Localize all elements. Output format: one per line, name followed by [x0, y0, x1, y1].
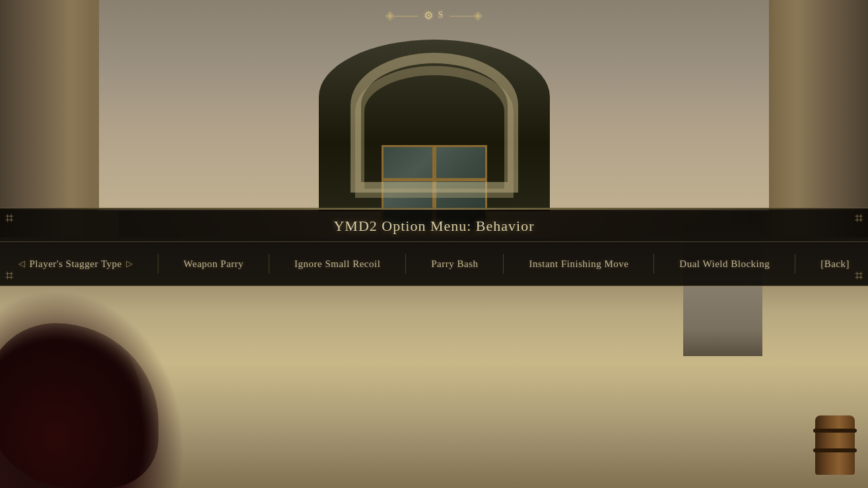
- corner-ornament-bl: ⌗: [5, 268, 13, 283]
- menu-item-dual-wield-blocking[interactable]: Dual Wield Blocking: [674, 256, 775, 272]
- menu-item-ignore-small-recoil[interactable]: Ignore Small Recoil: [289, 256, 385, 272]
- menu-item-instant-finishing-move[interactable]: Instant Finishing Move: [523, 256, 634, 272]
- divider-4: [503, 254, 504, 274]
- stagger-type-label: Player's Stagger Type: [30, 259, 122, 270]
- top-ui-right-ornament: ——◈: [450, 8, 483, 22]
- top-ui-bar: ◈—— ⚙ S ——◈: [385, 8, 483, 22]
- divider-2: [269, 254, 269, 274]
- center-wall: [99, 0, 769, 211]
- menu-title-bar: YMD2 Option Menu: Behavior: [0, 208, 868, 242]
- menu-item-parry-bash[interactable]: Parry Bash: [426, 256, 483, 272]
- menu-item-weapon-parry[interactable]: Weapon Parry: [178, 256, 249, 272]
- plant-decoration: [0, 290, 185, 488]
- arch-frame-inner: [355, 66, 514, 198]
- menu-items-row: ◁ Player's Stagger Type ▷ Weapon Parry I…: [0, 242, 868, 286]
- menu-item-stagger-type[interactable]: ◁ Player's Stagger Type ▷: [13, 256, 138, 272]
- divider-5: [653, 254, 654, 274]
- divider-3: [405, 254, 406, 274]
- top-ui-center-icon: ⚙: [424, 9, 433, 22]
- divider-6: [795, 254, 795, 274]
- right-arrow-icon: ▷: [126, 259, 133, 269]
- left-arrow-icon: ◁: [18, 259, 26, 269]
- menu-overlay: ⌗ ⌗ ⌗ ⌗ YMD2 Option Menu: Behavior ◁ Pla…: [0, 208, 868, 286]
- menu-item-back[interactable]: [Back]: [815, 256, 855, 272]
- corner-ornament-br: ⌗: [855, 268, 863, 283]
- barrel: [815, 415, 855, 475]
- divider-1: [158, 254, 158, 274]
- top-ui-letter: S: [438, 10, 445, 20]
- top-ui-left-ornament: ◈——: [385, 8, 418, 22]
- menu-title: YMD2 Option Menu: Behavior: [333, 218, 534, 234]
